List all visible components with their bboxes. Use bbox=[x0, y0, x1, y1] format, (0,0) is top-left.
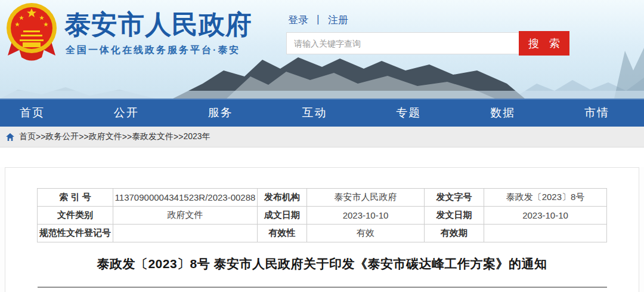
meta-value-issuing-body: 泰安市人民政府 bbox=[307, 189, 425, 207]
nav-item-topics[interactable]: 专题 bbox=[361, 99, 456, 127]
breadcrumb-separator: >> bbox=[174, 132, 183, 142]
document-meta-table: 索 引 号 11370900004341523R/2023-00288 发布机构… bbox=[37, 188, 607, 242]
breadcrumb-separator: >> bbox=[122, 132, 132, 142]
meta-label-issuing-body: 发布机构 bbox=[258, 189, 307, 207]
site-header: 泰安市人民政府 全国一体化在线政务服务平台·泰安 登录丨注册 搜 索 bbox=[0, 0, 644, 99]
main-navigation: 首页 公开 服务 互动 专题 数据 市情 bbox=[0, 99, 644, 127]
meta-label-index-number: 索 引 号 bbox=[38, 189, 113, 207]
breadcrumb-gov-docs[interactable]: 政府文件 bbox=[89, 131, 122, 142]
breadcrumb-separator: >> bbox=[79, 132, 88, 142]
meta-value-written-date: 2023-10-10 bbox=[307, 207, 425, 225]
national-emblem-logo[interactable] bbox=[5, 2, 58, 62]
nav-item-data[interactable]: 数据 bbox=[456, 99, 550, 127]
nav-item-services[interactable]: 服务 bbox=[174, 99, 268, 127]
register-link[interactable]: 注册 bbox=[328, 14, 348, 26]
meta-label-valid-period: 有效期 bbox=[425, 225, 484, 242]
table-row: 索 引 号 11370900004341523R/2023-00288 发布机构… bbox=[38, 189, 607, 207]
meta-value-registration-number bbox=[113, 225, 258, 242]
login-link[interactable]: 登录 bbox=[288, 14, 308, 26]
meta-value-index-number: 11370900004341523R/2023-00288 bbox=[113, 189, 258, 207]
meta-value-validity: 有效 bbox=[307, 225, 425, 242]
breadcrumb-year[interactable]: 2023年 bbox=[183, 131, 210, 142]
breadcrumb-gov-info[interactable]: 政务公开 bbox=[45, 131, 79, 142]
search-box bbox=[286, 32, 519, 54]
meta-label-written-date: 成文日期 bbox=[258, 207, 307, 225]
breadcrumb-home[interactable]: 首页 bbox=[19, 131, 36, 142]
table-row: 文件类别 政府文件 成文日期 2023-10-10 发文日期 2023-10-1… bbox=[38, 207, 607, 225]
meta-label-doc-category: 文件类别 bbox=[38, 207, 113, 225]
document-title: 泰政发〔2023〕8号 泰安市人民政府关于印发《泰安市碳达峰工作方案》的通知 bbox=[5, 256, 639, 272]
breadcrumb-taizhengfa[interactable]: 泰政发文件 bbox=[132, 131, 174, 142]
meta-value-doc-number: 泰政发〔2023〕8号 bbox=[484, 189, 607, 207]
login-separator: 丨 bbox=[313, 14, 323, 26]
meta-label-doc-number: 发文字号 bbox=[425, 189, 484, 207]
meta-label-validity: 有效性 bbox=[258, 225, 307, 242]
meta-label-issue-date: 发文日期 bbox=[425, 207, 484, 225]
title-divider bbox=[38, 287, 607, 288]
site-subtitle: 全国一体化在线政务服务平台·泰安 bbox=[66, 44, 240, 57]
nav-item-home[interactable]: 首页 bbox=[0, 99, 79, 127]
login-register-bar: 登录丨注册 bbox=[288, 13, 348, 27]
site-title[interactable]: 泰安市人民政府 bbox=[64, 7, 252, 42]
search-input[interactable] bbox=[287, 33, 519, 54]
breadcrumb: 首页>>政务公开>>政府文件>>泰政发文件>>2023年 bbox=[0, 127, 644, 147]
home-icon bbox=[6, 133, 14, 141]
meta-value-doc-category: 政府文件 bbox=[113, 207, 258, 225]
page-body: 索 引 号 11370900004341523R/2023-00288 发布机构… bbox=[0, 167, 644, 292]
meta-label-registration-number: 规范性文件登记号 bbox=[38, 225, 113, 242]
nav-item-interact[interactable]: 互动 bbox=[268, 99, 362, 127]
breadcrumb-separator: >> bbox=[36, 132, 45, 142]
nav-item-public[interactable]: 公开 bbox=[79, 99, 174, 127]
meta-value-issue-date: 2023-10-10 bbox=[484, 207, 607, 225]
table-row: 规范性文件登记号 有效性 有效 有效期 bbox=[38, 225, 607, 242]
search-button[interactable]: 搜 索 bbox=[519, 31, 569, 56]
meta-value-valid-period bbox=[484, 225, 607, 242]
document-card: 索 引 号 11370900004341523R/2023-00288 发布机构… bbox=[5, 167, 639, 292]
nav-item-city[interactable]: 市情 bbox=[550, 99, 644, 127]
